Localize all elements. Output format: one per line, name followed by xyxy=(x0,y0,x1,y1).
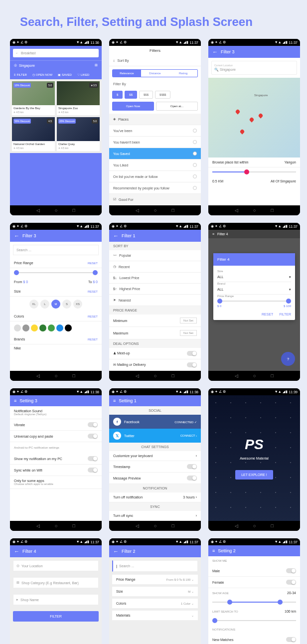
menu-icon[interactable]: ≡ xyxy=(14,398,16,403)
size-row[interactable]: SizeM ⌄ xyxy=(112,587,198,597)
location-input[interactable]: Current Location🔍 Singapore xyxy=(211,61,297,75)
toggle[interactable] xyxy=(187,464,197,469)
filter-btn[interactable]: FILTER xyxy=(13,611,99,622)
price-slider[interactable] xyxy=(217,301,291,302)
toggle[interactable] xyxy=(286,580,296,585)
back-btn[interactable]: ◁ xyxy=(36,208,40,213)
place-card[interactable]: ★ 3.5Singapore Zoo✈ 4.5 km xyxy=(57,81,100,115)
color-dot[interactable] xyxy=(31,324,38,331)
sort-item[interactable]: 〰 Popular xyxy=(109,250,201,261)
reset-btn[interactable]: RESET xyxy=(88,262,98,265)
category-input[interactable]: ⊞ Shop Category (E.g Restaurant, Bar) xyxy=(13,577,99,588)
range-slider[interactable] xyxy=(212,171,296,172)
color-dot[interactable] xyxy=(48,324,55,331)
setting-row[interactable]: Customize your keyboard› xyxy=(109,451,201,461)
toggle[interactable] xyxy=(88,422,98,427)
size-xs[interactable]: XS xyxy=(73,300,82,309)
toggle[interactable] xyxy=(88,434,98,439)
sort-item[interactable]: $↓ Lowest Price xyxy=(109,273,201,284)
color-dot[interactable] xyxy=(39,324,46,331)
location-input[interactable]: ◎ Your Location xyxy=(13,560,99,571)
toggle[interactable] xyxy=(187,476,197,481)
sort-item[interactable]: $↑ Highest Price xyxy=(109,284,201,295)
colors-row[interactable]: Colors1 Color ⌄ xyxy=(112,599,198,609)
filter-item[interactable]: You haven't been xyxy=(109,137,201,148)
materials-row[interactable]: Materials⌄ xyxy=(112,611,198,621)
price-chip[interactable]: $$$ xyxy=(139,91,153,99)
menu-icon[interactable]: ≡ xyxy=(212,548,215,553)
back-icon[interactable]: ← xyxy=(14,548,19,554)
screen-setting3: ◉ ✦ ∠ ⚙▼▲ ◢ ▮ 11:38 ≡Setting 3 Notificat… xyxy=(10,388,102,531)
sort-item[interactable]: ◷ Recent xyxy=(109,261,201,273)
toggle[interactable] xyxy=(88,456,98,461)
menu-icon[interactable]: ≡ xyxy=(212,232,214,236)
price-chip[interactable]: $ xyxy=(112,91,123,99)
filter-item[interactable]: On list you've made or follow xyxy=(109,171,201,182)
filter-item[interactable]: You Saved xyxy=(109,148,201,160)
search-input[interactable]: Search ... xyxy=(13,245,99,255)
size-select[interactable]: ALL▾ xyxy=(217,273,291,282)
setting-row[interactable]: Notification SoundDefault ringtone (Teth… xyxy=(10,406,102,419)
tab-relevance[interactable]: Relevance xyxy=(113,70,141,77)
map[interactable]: Singapore xyxy=(208,78,300,158)
openat-btn[interactable]: Open at... xyxy=(156,102,198,111)
reset-btn[interactable]: RESET xyxy=(262,313,273,316)
place-card[interactable]: 10% Discount5.0Gardens By the Bay✈ 4.5 k… xyxy=(12,81,55,115)
saved-btn[interactable]: ▣ SAVED xyxy=(56,72,74,77)
color-dot[interactable] xyxy=(65,324,72,331)
screen-filter2: ◉ ✦ ∠ ⚙▼▲ ◢ ▮ 11:37 ←Filter 2 |Search ..… xyxy=(109,538,201,644)
shopname-input[interactable]: ▸ Shop Name xyxy=(13,594,99,605)
search-input[interactable]: ← Breakfast xyxy=(13,49,99,57)
age-slider[interactable] xyxy=(212,602,296,603)
size-xl[interactable]: XL xyxy=(29,300,38,309)
color-dot[interactable] xyxy=(22,324,29,331)
goodfor-header: ☑ Good For xyxy=(109,194,201,205)
place-card[interactable]: 20% Discount5.0Clarke Quay✈ 4.5 km xyxy=(57,117,100,151)
tab-rating[interactable]: Rating xyxy=(169,70,197,77)
setting-row[interactable]: Turn off notification3 hours › xyxy=(109,492,201,502)
toggle[interactable] xyxy=(187,362,197,367)
menu-icon[interactable]: ≡ xyxy=(113,398,116,403)
filter-btn[interactable]: ≡ FILTER xyxy=(12,72,29,77)
twitter-row[interactable]: 𝕏TwitterCONNECT › xyxy=(109,429,201,443)
back-icon[interactable]: ← xyxy=(113,548,119,554)
toggle[interactable] xyxy=(187,351,197,356)
opennow-btn[interactable]: Open Now xyxy=(112,102,154,111)
color-dot[interactable] xyxy=(14,324,21,331)
fab[interactable]: ? xyxy=(281,352,295,366)
price-slider[interactable] xyxy=(14,272,98,273)
size-s[interactable]: S xyxy=(62,300,71,309)
filter-btn[interactable]: FILTER xyxy=(279,313,291,316)
back-icon[interactable]: ← xyxy=(14,233,19,239)
filter-item[interactable]: You've been xyxy=(109,125,201,137)
setting-row[interactable]: Only for some appsChoose which apps to e… xyxy=(10,476,102,489)
brand-select[interactable]: ALL▾ xyxy=(217,285,291,295)
setting-row[interactable]: Turn off sync› xyxy=(109,511,201,521)
tab-distance[interactable]: Distance xyxy=(141,70,169,77)
liked-btn[interactable]: ♡ LIKED xyxy=(75,72,91,77)
toggle[interactable] xyxy=(286,568,296,573)
price-chip[interactable]: $$$$ xyxy=(155,91,170,99)
price-chip[interactable]: $$ xyxy=(125,91,137,99)
distance-slider[interactable] xyxy=(212,620,296,621)
size-m[interactable]: M xyxy=(51,300,60,309)
size-l[interactable]: L xyxy=(40,300,49,309)
place-card[interactable]: 50% Discount4.5National Orchid Garden✈ 4… xyxy=(12,117,55,151)
location-bar[interactable]: ◎ Singapore⊞ xyxy=(10,60,102,70)
toggle[interactable] xyxy=(88,468,98,473)
filter-item[interactable]: You Liked xyxy=(109,160,201,171)
price-row[interactable]: Price RangeFrom $ 0 To $ 100 ⌄ xyxy=(112,575,198,585)
back-icon[interactable]: ← xyxy=(113,233,119,239)
back-icon[interactable]: ← xyxy=(212,49,218,55)
explore-btn[interactable]: LET EXPLORE ! xyxy=(235,470,273,480)
sort-item[interactable]: ➤ Nearest xyxy=(109,295,201,306)
sortby-row[interactable]: ↕ Sort By xyxy=(109,55,201,66)
opennow-btn[interactable]: ◷ OPEN NOW xyxy=(30,72,54,77)
facebook-row[interactable]: fFacebookCONNECTED ✓ xyxy=(109,415,201,429)
search-input[interactable]: |Search ... xyxy=(112,560,198,572)
color-dot[interactable] xyxy=(56,324,63,331)
recent-btn[interactable]: □ xyxy=(73,208,75,213)
toggle[interactable] xyxy=(286,637,296,642)
filter-item[interactable]: Recommended by people you follow xyxy=(109,182,201,194)
home-btn[interactable]: ○ xyxy=(55,208,57,213)
